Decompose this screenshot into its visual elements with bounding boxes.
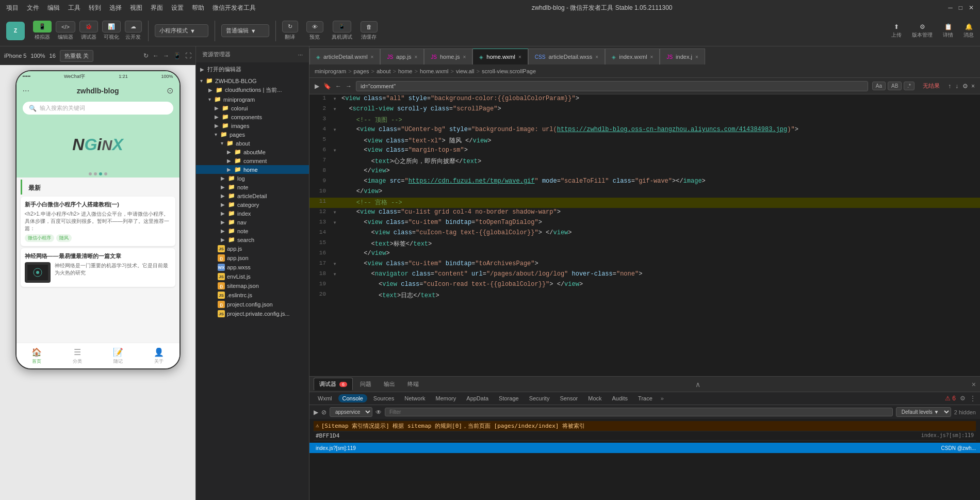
debug-close-icon[interactable]: × bbox=[972, 380, 976, 389]
menu-view[interactable]: 视图 bbox=[130, 4, 142, 12]
debug-tab-issues[interactable]: 问题 bbox=[355, 378, 377, 390]
version-button[interactable]: ⚙ 版本管理 bbox=[912, 23, 933, 39]
hotreload-button[interactable]: 热重载 关 bbox=[60, 50, 93, 62]
fold-arrow-icon[interactable]: ▾ bbox=[330, 218, 339, 227]
sim-fullscreen-icon[interactable]: ⛶ bbox=[185, 52, 191, 59]
menu-bar[interactable]: 项目 文件 编辑 工具 转到 选择 视图 界面 设置 帮助 微信开发者工具 bbox=[6, 4, 256, 12]
menu-goto[interactable]: 转到 bbox=[89, 4, 101, 12]
fold-arrow-icon[interactable]: ▾ bbox=[330, 94, 339, 103]
tab-index-wxml[interactable]: ◈ index.wxml × bbox=[605, 49, 660, 64]
back-icon[interactable]: ← bbox=[335, 83, 341, 90]
console-service-select[interactable]: appservice bbox=[330, 407, 372, 417]
subtab-mock[interactable]: Mock bbox=[584, 394, 606, 402]
tree-item-projectprivatejs[interactable]: JS project.private.config.js... bbox=[196, 309, 309, 318]
nav-category[interactable]: ☰ 分类 bbox=[57, 343, 98, 368]
subtab-memory[interactable]: Memory bbox=[432, 394, 461, 402]
next-result-icon[interactable]: ↓ bbox=[955, 83, 958, 90]
tab-close-icon[interactable]: × bbox=[595, 54, 598, 60]
tree-item-sitemapjson[interactable]: {} sitemap.json bbox=[196, 281, 309, 291]
notification-button[interactable]: 🔔 消息 bbox=[963, 23, 974, 39]
minimize-button[interactable]: ─ bbox=[948, 4, 953, 11]
editor-button[interactable]: </> bbox=[56, 21, 75, 33]
menu-project[interactable]: 项目 bbox=[6, 4, 19, 12]
case-sensitive-button[interactable]: Aa bbox=[872, 82, 886, 90]
tree-item-note-pages[interactable]: ▶ 📁 note bbox=[196, 183, 309, 191]
tree-item-appjson[interactable]: {} app.json bbox=[196, 253, 309, 263]
subtab-sensor[interactable]: Sensor bbox=[556, 394, 582, 402]
console-filter-input[interactable] bbox=[385, 408, 893, 416]
prev-result-icon[interactable]: ↑ bbox=[948, 83, 951, 90]
fold-arrow-icon[interactable]: ▾ bbox=[330, 125, 339, 134]
console-level-select[interactable]: Default levels ▼ bbox=[896, 407, 951, 417]
camera-icon[interactable]: ⊙ bbox=[167, 86, 173, 95]
nav-notes[interactable]: 📝 随记 bbox=[98, 343, 139, 368]
fold-arrow-icon[interactable]: ▾ bbox=[330, 270, 339, 278]
fold-arrow-icon[interactable]: ▾ bbox=[330, 208, 339, 216]
tab-close-icon[interactable]: × bbox=[463, 54, 466, 60]
nav-about[interactable]: 👤 关于 bbox=[139, 343, 179, 368]
regex-button[interactable]: .* bbox=[904, 82, 914, 90]
menu-icon[interactable]: ··· bbox=[23, 86, 29, 95]
cloud-toggle[interactable]: ☁ 云开发 bbox=[125, 21, 142, 41]
tab-homejs[interactable]: JS home.js × bbox=[424, 49, 472, 64]
tree-item-nav[interactable]: ▶ 📁 nav bbox=[196, 218, 309, 227]
fold-arrow-icon[interactable]: ▾ bbox=[330, 146, 339, 154]
tab-close-icon[interactable]: × bbox=[371, 54, 374, 60]
tree-item-note[interactable]: ▶ 📁 note bbox=[196, 227, 309, 235]
tree-item-appjs[interactable]: JS app.js bbox=[196, 244, 309, 253]
tab-indexj[interactable]: JS index.j × bbox=[660, 49, 705, 64]
tree-item-about[interactable]: ▾ 📁 about bbox=[196, 139, 309, 148]
file-tree-more-icon[interactable]: ··· bbox=[298, 52, 303, 58]
tree-item-colorui[interactable]: ▶ 📁 colorui bbox=[196, 104, 309, 112]
search-expand-icon[interactable]: ▶ bbox=[315, 83, 319, 90]
tree-item-images[interactable]: ▶ 📁 images bbox=[196, 121, 309, 130]
visualize-button[interactable]: 📊 bbox=[102, 21, 121, 33]
tree-item-pages[interactable]: ▾ 📁 pages bbox=[196, 130, 309, 139]
bookmark-icon[interactable]: 🔖 bbox=[323, 83, 331, 90]
menu-interface[interactable]: 界面 bbox=[151, 4, 163, 12]
forward-icon[interactable]: → bbox=[346, 83, 352, 90]
tree-item-components[interactable]: ▶ 📁 components bbox=[196, 112, 309, 121]
subtab-appdata[interactable]: AppData bbox=[462, 394, 493, 402]
subtab-network[interactable]: Network bbox=[400, 394, 429, 402]
menu-settings[interactable]: 设置 bbox=[171, 4, 184, 12]
project-root-item[interactable]: ▾ 📁 ZWHDLB-BLOG bbox=[196, 76, 309, 85]
menu-select[interactable]: 选择 bbox=[109, 4, 122, 12]
subtab-audits[interactable]: Audits bbox=[608, 394, 632, 402]
simulator-button[interactable]: 📱 bbox=[33, 21, 52, 33]
debug-tab-main[interactable]: 调试器 6 bbox=[314, 378, 353, 391]
tab-close-icon[interactable]: × bbox=[518, 54, 521, 60]
sim-device-icon[interactable]: 📱 bbox=[173, 52, 181, 59]
realtest-button[interactable]: 📱 真机调试 bbox=[332, 21, 352, 41]
maximize-button[interactable]: □ bbox=[959, 4, 962, 11]
console-eye-icon[interactable]: 👁 bbox=[375, 409, 382, 416]
console-clear-icon[interactable]: ⊘ bbox=[321, 409, 326, 416]
search-close-icon[interactable]: × bbox=[971, 83, 975, 90]
cloud-button[interactable]: ☁ bbox=[125, 21, 142, 33]
fold-arrow-icon[interactable]: ▾ bbox=[330, 105, 339, 113]
clearcache-button[interactable]: 🗑 清缓存 bbox=[361, 21, 378, 41]
tab-home-wxml[interactable]: ◈ home.wxml × bbox=[472, 49, 528, 64]
tree-item-category[interactable]: ▶ 📁 category bbox=[196, 200, 309, 209]
detail-button[interactable]: 📋 详情 bbox=[943, 23, 953, 39]
tree-item-aboutme[interactable]: ▶ 📁 aboutMe bbox=[196, 148, 309, 156]
tree-item-articledetail[interactable]: ▶ 📁 articleDetail bbox=[196, 191, 309, 200]
menu-tools[interactable]: 工具 bbox=[68, 4, 80, 12]
compile-button[interactable]: ↻ 翻译 bbox=[282, 21, 298, 41]
upload-button[interactable]: ⬆ 上传 bbox=[891, 23, 902, 39]
console-source[interactable]: index.js?[sm]:119 bbox=[921, 432, 974, 438]
preview-button[interactable]: 👁 预览 bbox=[306, 21, 323, 41]
subtab-storage[interactable]: Storage bbox=[495, 394, 523, 402]
tab-articledetail-wxss[interactable]: CSS articleDetail.wxss × bbox=[528, 49, 605, 64]
tree-item-projectconfigjson[interactable]: {} project.config.json bbox=[196, 300, 309, 309]
tree-item-search[interactable]: ▶ 📁 search bbox=[196, 235, 309, 244]
subtab-trace[interactable]: Trace bbox=[634, 394, 657, 402]
console-more-icon[interactable]: ⋮ bbox=[970, 395, 976, 402]
search-placeholder[interactable]: 输入搜索的关键词 bbox=[40, 104, 85, 112]
article-card-1[interactable]: 新手小白微信小程序个人搭建教程(一) <h2>1.申请小程序</h2> 进入微信… bbox=[21, 197, 175, 246]
tab-articledetail-wxml[interactable]: ◈ articleDetail.wxml × bbox=[309, 49, 380, 64]
sim-back-icon[interactable]: ← bbox=[153, 52, 159, 59]
close-button[interactable]: ✕ bbox=[969, 4, 974, 11]
subtab-sources[interactable]: Sources bbox=[369, 394, 398, 402]
open-editors-label[interactable]: ▶ 打开的编辑器 bbox=[196, 64, 309, 74]
